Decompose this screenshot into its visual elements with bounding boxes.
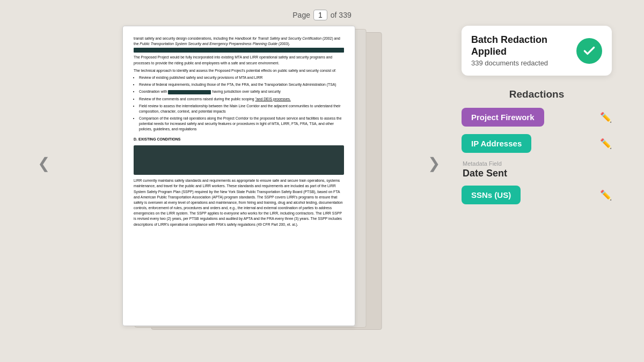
tag-project-firework[interactable]: Project Firework	[462, 108, 544, 127]
document-stack: transit safety and security design consi…	[55, 26, 422, 326]
main-area: ❮ transit safety and security design con…	[0, 26, 644, 326]
page-label: Page	[292, 11, 310, 19]
prev-page-button[interactable]: ❮	[32, 154, 55, 172]
doc-content: transit safety and security design consi…	[134, 36, 344, 227]
edit-ip-icon[interactable]: ✏️	[600, 138, 612, 150]
page-counter: Page 1 of 339	[292, 10, 351, 20]
success-icon	[576, 38, 602, 64]
redactions-heading: Redactions	[462, 88, 612, 100]
notification-card: Batch Redaction Applied 339 documents re…	[462, 26, 612, 76]
metadata-field-value: Date Sent	[463, 168, 612, 179]
notification-text: Batch Redaction Applied 339 documents re…	[471, 34, 569, 67]
redaction-row-ip: IP Addresses ✏️	[462, 134, 612, 153]
edit-firework-icon[interactable]: ✏️	[600, 112, 612, 123]
redaction-bar-1	[134, 48, 344, 53]
tag-ip-addresses[interactable]: IP Addresses	[462, 134, 531, 153]
notification-title: Batch Redaction Applied	[471, 34, 569, 57]
tag-ssns[interactable]: SSNs (US)	[462, 186, 521, 204]
redaction-row-firework: Project Firework ✏️	[462, 108, 612, 127]
edit-ssn-icon[interactable]: ✏️	[600, 189, 612, 201]
page-total-label: of 339	[331, 11, 352, 19]
right-panel: Batch Redaction Applied 339 documents re…	[445, 26, 612, 212]
metadata-field-label: Metadata Field	[463, 160, 612, 167]
redaction-row-ssn: SSNs (US) ✏️	[462, 186, 612, 204]
metadata-field-row: Metadata Field Date Sent	[462, 160, 612, 179]
bullet-list: Review of existing published safety and …	[134, 75, 344, 132]
page-number[interactable]: 1	[313, 10, 327, 20]
document-viewer: transit safety and security design consi…	[122, 26, 355, 326]
inline-redaction-1	[168, 90, 211, 94]
next-page-button[interactable]: ❯	[422, 154, 445, 172]
doc-image	[134, 145, 344, 175]
notification-subtitle: 339 documents redacted	[471, 59, 569, 67]
section-heading: D. EXISTING CONDITIONS	[134, 137, 344, 143]
